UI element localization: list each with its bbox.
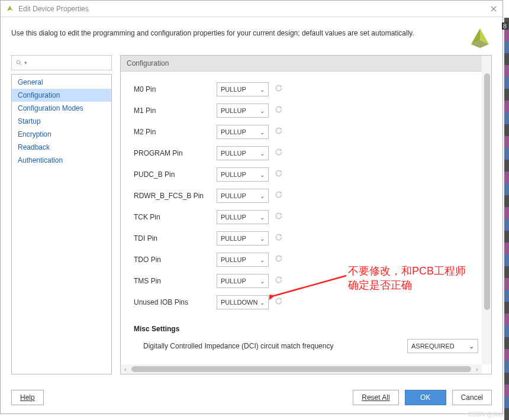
unused-iob-pins-value: PULLDOWN: [221, 299, 257, 306]
pudc-b-pin-value: PULLUP: [221, 171, 246, 178]
unused-iob-pins-label: Unused IOB Pins: [134, 298, 217, 306]
vertical-scroll-thumb[interactable]: [484, 73, 490, 310]
reset-icon[interactable]: [275, 190, 283, 201]
reset-icon[interactable]: [275, 148, 283, 159]
m1-pin-select[interactable]: PULLUP⌄: [217, 104, 269, 118]
reset-icon[interactable]: [275, 105, 283, 116]
annotation-line2: 确定是否正确: [348, 278, 466, 292]
search-input[interactable]: ▾: [11, 55, 112, 70]
pudc-b-pin-select[interactable]: PULLUP⌄: [217, 167, 269, 182]
reset-icon[interactable]: [275, 169, 283, 180]
reset-icon[interactable]: [275, 254, 283, 265]
m2-pin-value: PULLUP: [221, 128, 246, 135]
program-pin-value: PULLUP: [221, 150, 246, 157]
tdi-pin-select[interactable]: PULLUP⌄: [217, 231, 269, 245]
sidebar-item-general[interactable]: General: [12, 76, 111, 89]
rdwr-b-fcs-b-pin-value: PULLUP: [221, 192, 246, 199]
chevron-down-icon: ⌄: [260, 193, 265, 199]
app-icon: [5, 4, 15, 14]
ok-button[interactable]: OK: [405, 390, 446, 405]
dci-frequency-value: ASREQUIRED: [411, 343, 455, 350]
chevron-down-icon: ⌄: [260, 86, 265, 93]
m2-pin-label: M2 Pin: [134, 128, 217, 136]
background-number: 8: [502, 22, 508, 30]
chevron-down-icon: ⌄: [260, 214, 265, 221]
chevron-down-icon: ⌄: [260, 278, 265, 285]
misc-row: Digitally Controlled Impedance (DCI) cir…: [134, 339, 491, 353]
reset-icon[interactable]: [275, 297, 283, 308]
m0-pin-value: PULLUP: [221, 86, 246, 93]
chevron-down-icon: ⌄: [260, 235, 265, 242]
reset-icon[interactable]: [275, 127, 283, 137]
dialog-window: Edit Device Properties Use this dialog t…: [0, 0, 503, 414]
sidebar-item-authentication[interactable]: Authentication: [12, 154, 111, 167]
scroll-left-icon[interactable]: ‹: [121, 366, 130, 373]
dialog-description: Use this dialog to edit the programming …: [11, 25, 461, 37]
m0-pin-select[interactable]: PULLUP⌄: [217, 82, 269, 96]
unused-iob-pins-select[interactable]: PULLDOWN⌄: [217, 295, 269, 309]
chevron-down-icon: ⌄: [260, 172, 265, 178]
background-edge: [504, 18, 509, 420]
chevron-down-icon: ⌄: [260, 150, 265, 157]
chevron-down-icon: ⌄: [260, 108, 265, 114]
m1-pin-label: M1 Pin: [134, 106, 217, 115]
search-icon: [15, 59, 22, 66]
dci-frequency-label: Digitally Controlled Impedance (DCI) cir…: [134, 342, 333, 350]
tdi-pin-value: PULLUP: [221, 235, 246, 242]
rdwr-b-fcs-b-pin-label: RDWR_B_FCS_B Pin: [134, 192, 217, 200]
svg-line-1: [20, 64, 22, 66]
property-row: M2 PinPULLUP⌄: [134, 121, 491, 143]
reset-icon[interactable]: [275, 276, 283, 286]
tdo-pin-label: TDO Pin: [134, 256, 217, 264]
property-row: PROGRAM PinPULLUP⌄: [134, 143, 491, 164]
reset-icon[interactable]: [275, 233, 283, 244]
dci-frequency-select[interactable]: ASREQUIRED ⌄: [407, 339, 478, 353]
annotation-line1: 不要修改，和PCB工程师: [348, 264, 466, 278]
tck-pin-label: TCK Pin: [134, 213, 217, 221]
m0-pin-label: M0 Pin: [134, 85, 217, 93]
tdo-pin-value: PULLUP: [221, 256, 246, 263]
sidebar-item-readback[interactable]: Readback: [12, 141, 111, 154]
sidebar: ▾ GeneralConfigurationConfiguration Mode…: [11, 55, 112, 374]
property-row: M1 PinPULLUP⌄: [134, 100, 491, 121]
content-body: M0 PinPULLUP⌄M1 PinPULLUP⌄M2 PinPULLUP⌄P…: [121, 72, 491, 374]
content-panel: Configuration M0 PinPULLUP⌄M1 PinPULLUP⌄…: [120, 55, 492, 374]
sidebar-item-encryption[interactable]: Encryption: [12, 128, 111, 141]
m2-pin-select[interactable]: PULLUP⌄: [217, 125, 269, 139]
help-button[interactable]: Help: [11, 390, 44, 405]
tdi-pin-label: TDI Pin: [134, 234, 217, 243]
close-icon[interactable]: [489, 5, 498, 13]
chevron-down-icon: ⌄: [260, 299, 265, 306]
tms-pin-label: TMS Pin: [134, 277, 217, 285]
reset-all-label: Reset All: [362, 393, 389, 402]
vertical-scrollbar[interactable]: [482, 56, 491, 364]
tck-pin-select[interactable]: PULLUP⌄: [217, 210, 269, 224]
ok-label: OK: [420, 393, 430, 402]
horizontal-scroll-thumb[interactable]: [131, 366, 471, 372]
property-row: RDWR_B_FCS_B PinPULLUP⌄: [134, 185, 491, 206]
tck-pin-value: PULLUP: [221, 214, 246, 221]
program-pin-label: PROGRAM Pin: [134, 149, 217, 157]
search-dropdown-icon[interactable]: ▾: [24, 60, 27, 66]
reset-icon[interactable]: [275, 212, 283, 222]
misc-settings-header: Misc Settings: [134, 325, 491, 333]
horizontal-scrollbar[interactable]: ‹ ›: [121, 364, 482, 374]
scroll-right-icon[interactable]: ›: [472, 366, 482, 373]
tdo-pin-select[interactable]: PULLUP⌄: [217, 253, 269, 267]
m1-pin-value: PULLUP: [221, 107, 246, 114]
cancel-button[interactable]: Cancel: [452, 390, 492, 405]
chevron-down-icon: ⌄: [260, 257, 265, 263]
reset-icon[interactable]: [275, 84, 283, 95]
tms-pin-select[interactable]: PULLUP⌄: [217, 274, 269, 288]
program-pin-select[interactable]: PULLUP⌄: [217, 146, 269, 160]
svg-point-0: [17, 60, 20, 64]
sidebar-item-startup[interactable]: Startup: [12, 115, 111, 128]
rdwr-b-fcs-b-pin-select[interactable]: PULLUP⌄: [217, 189, 269, 203]
sidebar-item-configuration[interactable]: Configuration: [12, 89, 111, 102]
titlebar: Edit Device Properties: [1, 1, 502, 17]
reset-all-button[interactable]: Reset All: [353, 390, 398, 405]
footer: Help Reset All OK Cancel: [11, 390, 492, 405]
window-title: Edit Device Properties: [18, 5, 489, 13]
tms-pin-value: PULLUP: [221, 277, 246, 285]
sidebar-item-configuration-modes[interactable]: Configuration Modes: [12, 102, 111, 115]
